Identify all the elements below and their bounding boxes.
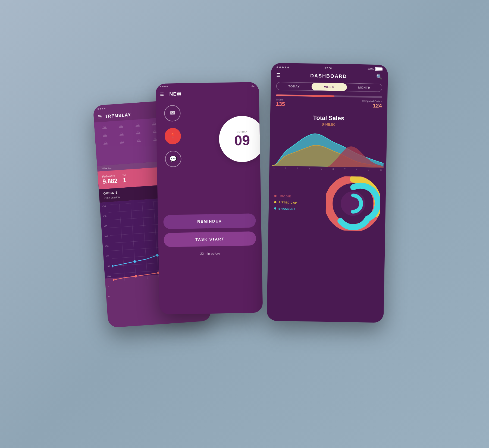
pattern-icon: ⛰ <box>114 123 128 130</box>
x-label-3: 3 <box>297 167 298 170</box>
chat-icon-circle[interactable]: 💬 <box>165 151 181 167</box>
orders-section: Orders 135 Completed Orders 124 <box>270 94 387 112</box>
orders-value: 135 <box>276 101 285 108</box>
location-text: New Y... <box>102 166 112 170</box>
bracelet-label: BRACELET <box>278 207 296 210</box>
total-sales-section: Total Sales $448.50 <box>270 110 387 130</box>
x-label-10: 10 <box>380 169 382 171</box>
search-icon[interactable]: 🔍 <box>376 74 382 80</box>
menu-icon[interactable]: ☰ <box>98 114 102 119</box>
orders-progress-bar <box>276 94 382 98</box>
reminder-button[interactable]: REMINDER <box>163 213 256 229</box>
status-dots <box>277 67 289 68</box>
following-stat: Fo 1 <box>123 173 127 184</box>
pattern-icon: ⛰ <box>131 137 146 144</box>
phone-mid: 22 ☰ NEW ✉ 📍 💬 ESTIMA 09 REMINDER TASK S… <box>156 82 263 315</box>
x-label-9: 9 <box>368 169 369 171</box>
area-chart <box>272 128 384 168</box>
front-title: DASHBOARD <box>310 73 347 79</box>
donut-section: HOODIE FITTED CAP BRACELET <box>268 171 386 235</box>
x-label-1: 1 <box>273 167 275 169</box>
orders-progress-fill <box>276 94 334 97</box>
tab-week[interactable]: WEEK <box>312 83 347 91</box>
completed-value: 124 <box>362 102 382 109</box>
action-icons-column: ✉ 📍 💬 <box>156 101 182 204</box>
front-header: ☰ DASHBOARD 🔍 <box>271 70 388 84</box>
phones-container: 2 ☰ TREMBLAY ⛰ ⛰ ⛰ ⛰ ⛰ ⛰ ⛰ ⛰ ⛰ ⛰ ⛰ ⛰ ⛰ ⛰ <box>95 48 394 400</box>
tab-month[interactable]: MONTH <box>347 83 382 92</box>
task-time-label: 22 min before <box>164 251 256 256</box>
orders-labels: Orders 135 Completed Orders 124 <box>276 98 382 109</box>
x-label-4: 4 <box>309 168 310 170</box>
legend-hoodie: HOODIE <box>274 194 321 198</box>
mail-icon-circle[interactable]: ✉ <box>164 105 181 122</box>
y-label: 250 <box>105 245 109 248</box>
y-label: 100 <box>107 275 111 278</box>
y-label: 300 <box>104 235 108 238</box>
x-label-5: 5 <box>321 168 322 170</box>
donut-svg <box>325 176 381 231</box>
y-label: 350 <box>104 225 107 228</box>
y-label: 450 <box>102 205 106 208</box>
pattern-icon: ⛰ <box>115 138 130 145</box>
orders-left: Orders 135 <box>276 98 285 108</box>
legend-fitted-cap: FITTED CAP <box>274 201 320 204</box>
svg-point-18 <box>133 260 136 263</box>
pattern-icon: ⛰ <box>98 140 113 147</box>
mid-menu-icon[interactable]: ☰ <box>160 92 164 97</box>
legend-bracelet: BRACELET <box>274 207 320 211</box>
y-label: 50 <box>108 285 111 288</box>
x-label-6: 6 <box>333 168 334 170</box>
fitted-dot <box>274 201 276 203</box>
pattern-icon: ⛰ <box>98 132 112 139</box>
x-label-7: 7 <box>344 168 346 171</box>
followers-stat: Followers 9.882 <box>102 174 118 185</box>
y-label: 0 <box>108 295 112 298</box>
pattern-icon: ⛰ <box>131 130 146 136</box>
svg-point-21 <box>134 275 137 278</box>
donut-legend: HOODIE FITTED CAP BRACELET <box>274 194 321 211</box>
estimate-value: 09 <box>234 133 250 147</box>
chart-x-labels: 1 2 3 4 5 6 7 8 9 10 <box>272 167 383 171</box>
completed-label: Completed Orders <box>362 100 382 103</box>
mid-header: ☰ NEW <box>156 88 259 101</box>
tab-today[interactable]: TODAY <box>277 82 312 90</box>
hoodie-label: HOODIE <box>279 194 291 198</box>
donut-chart <box>325 176 381 231</box>
y-label: 150 <box>106 265 110 268</box>
battery-indicator: 100% <box>368 67 383 71</box>
fitted-label: FITTED CAP <box>278 201 297 204</box>
area-chart-container: 1 2 3 4 5 6 7 8 9 10 <box>272 128 384 173</box>
battery-percent: 100% <box>368 68 374 70</box>
front-time: 22:06 <box>325 67 332 70</box>
mid-time: 22 <box>252 84 255 87</box>
orders-label: Orders <box>276 98 285 101</box>
front-menu-icon[interactable]: ☰ <box>276 72 281 78</box>
orders-right: Completed Orders 124 <box>362 100 382 109</box>
tab-bar: TODAY WEEK MONTH <box>276 82 382 92</box>
estimate-circle: ESTIMA 09 <box>219 115 263 162</box>
location-icon-circle[interactable]: 📍 <box>164 128 181 144</box>
svg-point-19 <box>156 254 159 257</box>
y-label: 200 <box>105 255 109 258</box>
quick-item-text: Proin gravida <box>104 195 120 200</box>
back-title: TREMBLAY <box>105 112 131 119</box>
pattern-icon: ⛰ <box>130 122 145 128</box>
following-label: Fo <box>123 173 126 177</box>
hoodie-dot <box>274 195 277 197</box>
task-start-button[interactable]: TASK START <box>164 231 256 247</box>
bracelet-dot <box>274 207 276 210</box>
x-label-8: 8 <box>356 168 358 171</box>
back-dots <box>98 108 105 110</box>
mid-content-area: ✉ 📍 💬 ESTIMA 09 <box>156 99 261 204</box>
svg-point-17 <box>111 265 114 268</box>
x-label-2: 2 <box>285 167 287 169</box>
pattern-icon: ⛰ <box>97 124 112 131</box>
svg-point-20 <box>112 279 115 281</box>
mid-title: NEW <box>169 91 181 97</box>
mid-buttons-area: REMINDER TASK START 22 min before <box>158 203 262 262</box>
pattern-icon: ⛰ <box>114 131 129 137</box>
following-value: 1 <box>123 176 127 184</box>
y-label: 400 <box>103 215 106 218</box>
followers-value: 9.882 <box>102 177 118 185</box>
